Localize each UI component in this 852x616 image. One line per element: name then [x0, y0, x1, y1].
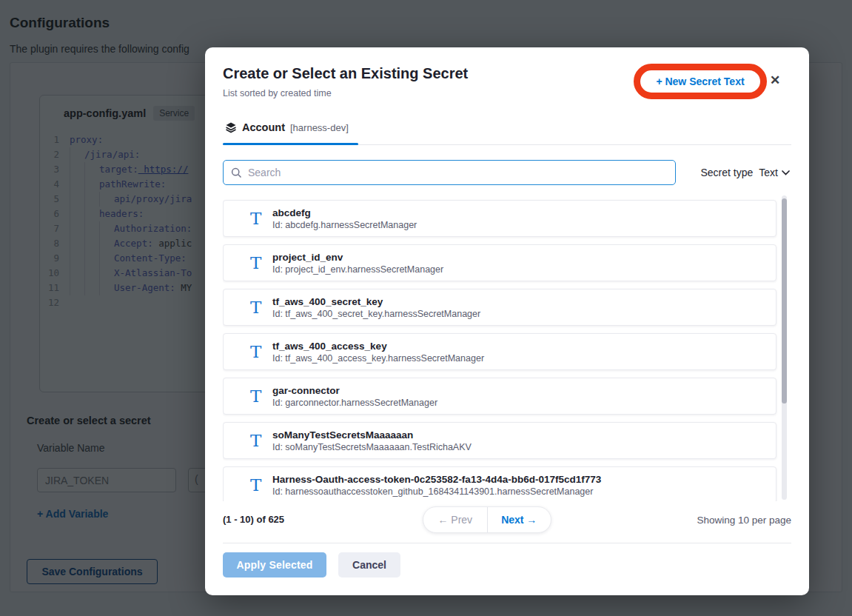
apply-selected-button[interactable]: Apply Selected — [223, 552, 326, 578]
screen: Configurations The plugin requires the f… — [0, 0, 852, 616]
next-button[interactable]: Next → — [488, 507, 551, 532]
secret-list-item[interactable]: Tgar-connectorId: garconnector.harnessSe… — [223, 378, 776, 415]
secret-name: gar-connector — [272, 385, 437, 396]
chevron-down-icon — [782, 170, 790, 175]
text-secret-icon: T — [250, 344, 272, 361]
secret-id: Id: soManyTestSecretsMaaaaaan.TestRichaA… — [272, 442, 472, 452]
pager: ← Prev Next → — [423, 506, 551, 533]
secret-name: soManyTestSecretsMaaaaaan — [272, 429, 472, 441]
secret-name: abcdefg — [272, 207, 417, 218]
secret-name: project_id_env — [272, 252, 443, 263]
secret-id: Id: project_id_env.harnessSecretManager — [272, 264, 443, 275]
annotation-red-circle: + New Secret Text — [634, 64, 767, 99]
text-secret-icon: T — [250, 432, 272, 449]
scrollbar-thumb[interactable] — [782, 198, 787, 404]
showing-per-page: Showing 10 per page — [697, 515, 791, 526]
tab-account[interactable]: Account [harness-dev] — [225, 121, 349, 133]
secret-name: tf_aws_400_secret_key — [272, 296, 480, 307]
secret-modal: Create or Select an Existing Secret List… — [205, 47, 809, 595]
secret-id: Id: tf_aws_400_access_key.harnessSecretM… — [272, 353, 484, 364]
tab-active-underline — [223, 143, 358, 145]
search-box[interactable] — [223, 160, 676, 185]
secret-type-dropdown[interactable]: Text — [759, 167, 790, 178]
text-secret-icon: T — [250, 477, 272, 494]
secret-list-item[interactable]: TabcdefgId: abcdefg.harnessSecretManager — [223, 200, 776, 237]
modal-subtitle: List sorted by created time — [223, 88, 332, 98]
text-secret-icon: T — [250, 255, 272, 272]
cancel-button[interactable]: Cancel — [338, 552, 400, 578]
secret-list-item[interactable]: THarness-Oauth-access-token-0c253582-fa1… — [223, 466, 776, 501]
text-secret-icon: T — [250, 210, 272, 227]
pagination-range: (1 - 10) of 625 — [223, 514, 284, 525]
secret-id: Id: tf_aws_400_secret_key.harnessSecretM… — [272, 309, 480, 319]
prev-button[interactable]: ← Prev — [423, 507, 488, 532]
secret-list-item[interactable]: Ttf_aws_400_access_keyId: tf_aws_400_acc… — [223, 333, 776, 370]
secret-name: tf_aws_400_access_key — [272, 341, 484, 352]
secret-list-item[interactable]: Ttf_aws_400_secret_keyId: tf_aws_400_sec… — [223, 289, 776, 326]
tab-account-scope: [harness-dev] — [290, 122, 349, 133]
secret-list: TabcdefgId: abcdefg.harnessSecretManager… — [223, 194, 788, 501]
search-input[interactable] — [248, 167, 668, 178]
modal-title: Create or Select an Existing Secret — [223, 65, 468, 82]
tab-account-label: Account — [242, 121, 285, 133]
footer-divider — [223, 543, 791, 543]
layers-icon — [225, 121, 237, 133]
secret-id: Id: garconnector.harnessSecretManager — [272, 398, 437, 408]
text-secret-icon: T — [250, 299, 272, 316]
secret-list-item[interactable]: Tproject_id_envId: project_id_env.harnes… — [223, 244, 776, 281]
secret-type-value: Text — [759, 167, 778, 178]
secret-id: Id: abcdefg.harnessSecretManager — [272, 220, 417, 230]
secret-list-item[interactable]: TsoManyTestSecretsMaaaaaanId: soManyTest… — [223, 422, 776, 459]
close-icon[interactable]: ✕ — [770, 73, 780, 88]
secret-type-label: Secret type — [700, 167, 753, 178]
new-secret-text-button[interactable]: + New Secret Text — [656, 76, 744, 87]
text-secret-icon: T — [250, 388, 272, 405]
search-icon — [231, 167, 242, 178]
secret-id: Id: harnessoauthaccesstoken_github_16843… — [272, 486, 601, 497]
secret-name: Harness-Oauth-access-token-0c253582-fa13… — [272, 474, 601, 485]
